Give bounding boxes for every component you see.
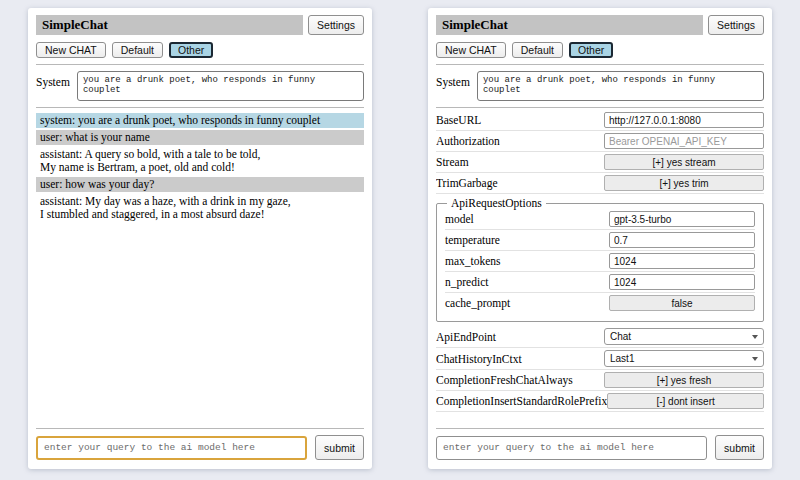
chat-message-user: user: how was your day? — [36, 177, 364, 192]
query-input[interactable] — [436, 436, 707, 460]
submit-button[interactable]: submit — [715, 435, 764, 460]
setting-row-trimgarbage: TrimGarbage [+] yes trim — [436, 173, 764, 194]
chathistoryinctxt-label: ChatHistoryInCtxt — [436, 353, 522, 365]
query-row: submit — [436, 435, 764, 460]
max-tokens-label: max_tokens — [445, 255, 501, 267]
chat-message-system: system: you are a drunk poet, who respon… — [36, 113, 364, 128]
chat-message-user: user: what is your name — [36, 130, 364, 145]
system-prompt-row: System you are a drunk poet, who respond… — [436, 71, 764, 101]
n-predict-input[interactable] — [609, 274, 755, 290]
max-tokens-input[interactable] — [609, 253, 755, 269]
system-label: System — [436, 71, 470, 88]
stream-label: Stream — [436, 156, 469, 168]
api-request-options-legend: ApiRequestOptions — [447, 197, 546, 209]
cache-prompt-label: cache_prompt — [445, 297, 510, 309]
system-prompt-row: System you are a drunk poet, who respond… — [36, 71, 364, 101]
header: SimpleChat Settings — [36, 15, 364, 35]
settings-panel: SimpleChat Settings New CHAT Default Oth… — [428, 8, 772, 469]
setting-row-n-predict: n_predict — [445, 272, 755, 293]
divider — [436, 428, 764, 429]
new-chat-button[interactable]: New CHAT — [36, 42, 106, 58]
trimgarbage-toggle-button[interactable]: [+] yes trim — [604, 175, 764, 191]
authorization-label: Authorization — [436, 135, 500, 147]
query-row: submit — [36, 435, 364, 460]
setting-row-baseurl: BaseURL — [436, 110, 764, 131]
divider — [36, 428, 364, 429]
divider — [436, 107, 764, 108]
settings-list: BaseURL Authorization Stream [+] yes str… — [436, 110, 764, 422]
completioninsert-toggle-button[interactable]: [-] dont insert — [607, 393, 764, 409]
apiendpoint-select[interactable]: Chat — [604, 328, 764, 345]
system-prompt-input[interactable]: you are a drunk poet, who responds in fu… — [477, 71, 764, 101]
chat-message-list: system: you are a drunk poet, who respon… — [36, 113, 364, 422]
setting-row-temperature: temperature — [445, 230, 755, 251]
stream-toggle-button[interactable]: [+] yes stream — [604, 154, 764, 170]
new-chat-button[interactable]: New CHAT — [436, 42, 506, 58]
query-input[interactable] — [36, 436, 307, 460]
apiendpoint-selected-value: Chat — [610, 331, 631, 342]
system-label: System — [36, 71, 70, 88]
temperature-input[interactable] — [609, 232, 755, 248]
chevron-down-icon — [752, 335, 758, 339]
divider — [36, 64, 364, 65]
completionfresh-toggle-button[interactable]: [+] yes fresh — [604, 372, 764, 388]
chat-panel: SimpleChat Settings New CHAT Default Oth… — [28, 8, 372, 469]
app-title: SimpleChat — [36, 15, 303, 35]
baseurl-label: BaseURL — [436, 114, 481, 126]
setting-row-completioninsert: CompletionInsertStandardRolePrefix [-] d… — [436, 391, 764, 412]
divider — [436, 64, 764, 65]
api-request-options-fieldset: ApiRequestOptions model temperature max_… — [436, 197, 764, 322]
session-tab-other[interactable]: Other — [169, 42, 213, 58]
cache-prompt-toggle-button[interactable]: false — [609, 295, 755, 311]
completioninsert-label: CompletionInsertStandardRolePrefix — [436, 395, 607, 407]
chat-message-assistant: assistant: A query so bold, with a tale … — [36, 147, 364, 175]
session-tab-default[interactable]: Default — [512, 42, 563, 58]
submit-button[interactable]: submit — [315, 435, 364, 460]
baseurl-input[interactable] — [604, 112, 764, 128]
setting-row-max-tokens: max_tokens — [445, 251, 755, 272]
n-predict-label: n_predict — [445, 276, 488, 288]
setting-row-chathistoryinctxt: ChatHistoryInCtxt Last1 — [436, 348, 764, 370]
model-label: model — [445, 213, 474, 225]
temperature-label: temperature — [445, 234, 500, 246]
settings-button[interactable]: Settings — [308, 15, 364, 35]
session-toolbar: New CHAT Default Other — [36, 42, 364, 58]
session-toolbar: New CHAT Default Other — [436, 42, 764, 58]
divider — [36, 107, 364, 108]
session-tab-other[interactable]: Other — [569, 42, 613, 58]
setting-row-authorization: Authorization — [436, 131, 764, 152]
setting-row-stream: Stream [+] yes stream — [436, 152, 764, 173]
chat-message-assistant: assistant: My day was a haze, with a dri… — [36, 194, 364, 222]
chathistoryinctxt-selected-value: Last1 — [610, 353, 634, 364]
chevron-down-icon — [752, 357, 758, 361]
system-prompt-input[interactable]: you are a drunk poet, who responds in fu… — [77, 71, 364, 101]
settings-button[interactable]: Settings — [708, 15, 764, 35]
app-title: SimpleChat — [436, 15, 703, 35]
completionfresh-label: CompletionFreshChatAlways — [436, 374, 573, 386]
setting-row-cache-prompt: cache_prompt false — [445, 293, 755, 313]
header: SimpleChat Settings — [436, 15, 764, 35]
model-input[interactable] — [609, 211, 755, 227]
setting-row-model: model — [445, 209, 755, 230]
setting-row-completionfresh: CompletionFreshChatAlways [+] yes fresh — [436, 370, 764, 391]
trimgarbage-label: TrimGarbage — [436, 177, 498, 189]
chathistoryinctxt-select[interactable]: Last1 — [604, 350, 764, 367]
session-tab-default[interactable]: Default — [112, 42, 163, 58]
setting-row-apiendpoint: ApiEndPoint Chat — [436, 326, 764, 348]
authorization-input[interactable] — [604, 133, 764, 149]
apiendpoint-label: ApiEndPoint — [436, 331, 496, 343]
